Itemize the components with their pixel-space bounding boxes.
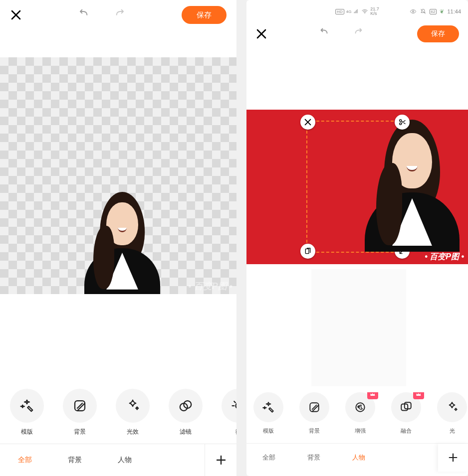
right-editor-pane: HD 4G 21.7K/s 62 ❦ 11:44 bbox=[246, 0, 468, 476]
add-button[interactable] bbox=[205, 444, 236, 476]
redo-button[interactable] bbox=[351, 28, 369, 40]
right-tab-bar: 全部 背景 人物 bbox=[246, 443, 468, 471]
left-editor-pane: 保存 • 百变P图 • 模版 背景 光效 bbox=[0, 0, 236, 476]
right-tool-row: 模版 背景 增强 融合 光 bbox=[246, 392, 468, 442]
save-button[interactable]: 保存 bbox=[182, 6, 227, 24]
tool-label: 模版 bbox=[263, 427, 274, 435]
ghost-preview bbox=[311, 269, 406, 386]
subject-cutout[interactable] bbox=[362, 120, 462, 252]
tool-label: 滤镜 bbox=[180, 428, 192, 436]
net-4g-icon: 4G bbox=[346, 9, 352, 14]
tool-background[interactable]: 背景 bbox=[299, 392, 329, 442]
tool-template[interactable]: 模版 bbox=[253, 392, 283, 442]
watermark: • 百变P图 • bbox=[188, 280, 233, 292]
tool-label: 微 bbox=[235, 428, 236, 436]
battery-icon: 62 bbox=[430, 9, 437, 14]
status-bar: HD 4G 21.7K/s 62 ❦ 11:44 bbox=[246, 5, 468, 18]
left-toolbar: 保存 bbox=[0, 0, 236, 30]
leaf-icon: ❦ bbox=[440, 8, 444, 15]
close-button[interactable] bbox=[10, 9, 22, 21]
right-canvas-red[interactable]: • 百变P图 • bbox=[246, 110, 468, 264]
tool-background[interactable]: 背景 bbox=[63, 389, 97, 436]
undo-button[interactable] bbox=[74, 9, 92, 21]
vip-badge bbox=[367, 392, 378, 399]
tool-light[interactable]: 光效 bbox=[116, 389, 150, 436]
tool-label: 模版 bbox=[21, 428, 33, 436]
tool-label: 融合 bbox=[401, 427, 412, 435]
tool-label: 光效 bbox=[127, 428, 139, 436]
save-button[interactable]: 保存 bbox=[417, 25, 459, 42]
selection-frame[interactable] bbox=[306, 121, 404, 253]
tab-person[interactable]: 人物 bbox=[336, 453, 381, 462]
clock: 11:44 bbox=[447, 8, 461, 14]
vip-badge bbox=[413, 392, 424, 399]
tool-enhance[interactable]: 增强 bbox=[345, 392, 375, 442]
signal-icon bbox=[353, 8, 359, 14]
undo-button[interactable] bbox=[315, 28, 333, 40]
tool-label: 增强 bbox=[355, 427, 366, 435]
tab-background[interactable]: 背景 bbox=[291, 453, 336, 462]
tool-blend[interactable]: 融合 bbox=[391, 392, 421, 442]
tab-background[interactable]: 背景 bbox=[50, 456, 100, 465]
hd-icon: HD bbox=[335, 9, 344, 14]
tool-label: 背景 bbox=[309, 427, 320, 435]
redo-button[interactable] bbox=[112, 9, 130, 21]
close-button[interactable] bbox=[255, 28, 267, 40]
eye-icon bbox=[410, 8, 417, 15]
tool-light-partial[interactable]: 光 bbox=[437, 392, 467, 442]
mute-bell-icon bbox=[420, 8, 427, 15]
tab-all[interactable]: 全部 bbox=[0, 456, 50, 465]
right-toolbar: 保存 bbox=[246, 18, 468, 50]
tool-label: 背景 bbox=[74, 428, 86, 436]
net-speed: 21.7K/s bbox=[370, 7, 379, 16]
handle-delete[interactable] bbox=[300, 115, 315, 130]
left-canvas-transparent[interactable]: • 百变P图 • bbox=[0, 57, 236, 294]
tab-person[interactable]: 人物 bbox=[100, 456, 150, 465]
tool-template[interactable]: 模版 bbox=[10, 389, 44, 436]
add-button[interactable] bbox=[438, 444, 468, 472]
handle-cutout[interactable] bbox=[395, 115, 410, 130]
tool-fine-partial[interactable]: 微 bbox=[222, 389, 236, 436]
left-tool-row: 模版 背景 光效 滤镜 微 bbox=[0, 389, 236, 444]
handle-copy[interactable] bbox=[300, 244, 315, 259]
subject-cutout[interactable] bbox=[82, 192, 162, 294]
tool-label: 光 bbox=[450, 427, 455, 435]
tool-filter[interactable]: 滤镜 bbox=[169, 389, 203, 436]
watermark: • 百变P图 • bbox=[425, 252, 464, 262]
left-tab-bar: 全部 背景 人物 bbox=[0, 444, 236, 476]
tab-all[interactable]: 全部 bbox=[246, 453, 291, 462]
wifi-icon bbox=[361, 8, 368, 15]
